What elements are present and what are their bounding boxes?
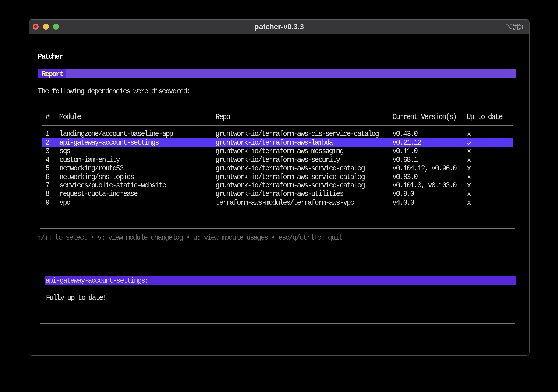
svg-text:3: 3 xyxy=(519,23,523,31)
